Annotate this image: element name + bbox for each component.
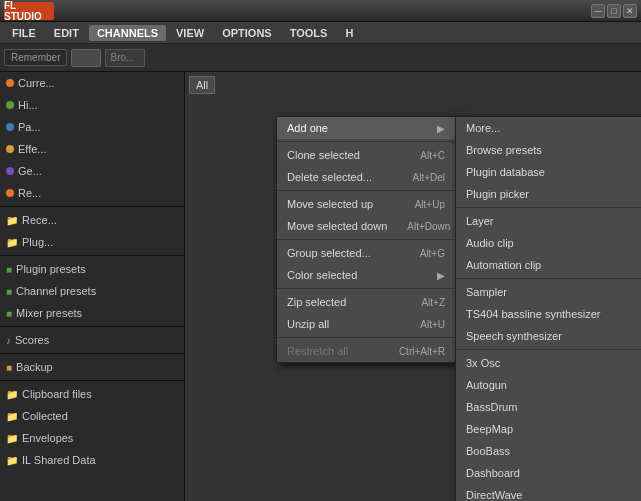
purple-icon [6, 167, 14, 175]
channels-menu-clone[interactable]: Clone selected Alt+C [277, 144, 455, 166]
separator [277, 190, 455, 191]
square-icon: ■ [6, 264, 12, 275]
sidebar-item-label: Hi... [18, 99, 38, 111]
channels-menu-move-down[interactable]: Move selected down Alt+Down [277, 215, 455, 237]
addone-plugin-database[interactable]: Plugin database [456, 161, 641, 183]
menu-help[interactable]: H [337, 25, 361, 41]
folder-icon: 📁 [6, 237, 18, 248]
channels-menu-add-one[interactable]: Add one ▶ [277, 117, 455, 139]
channels-menu-move-up[interactable]: Move selected up Alt+Up [277, 193, 455, 215]
sidebar-item-mixer-presets[interactable]: ■ Mixer presets [0, 302, 184, 324]
addone-automation-clip[interactable]: Automation clip [456, 254, 641, 276]
addone-audio-clip[interactable]: Audio clip [456, 232, 641, 254]
blue-icon [6, 123, 14, 131]
sidebar-item-label: Envelopes [22, 432, 73, 444]
sidebar-item-ge[interactable]: Ge... [0, 160, 184, 182]
orange-icon [6, 79, 14, 87]
sidebar-item-label: Plugin presets [16, 263, 86, 275]
green-icon [6, 101, 14, 109]
sidebar-item-pa[interactable]: Pa... [0, 116, 184, 138]
channels-menu-color[interactable]: Color selected ▶ [277, 264, 455, 286]
addone-plugin-picker[interactable]: Plugin picker [456, 183, 641, 205]
separator [277, 239, 455, 240]
arrow-icon: ▶ [437, 270, 445, 281]
sidebar-item-label: Curre... [18, 77, 55, 89]
sidebar-item-clipboard[interactable]: 📁 Clipboard files [0, 383, 184, 405]
addone-bassdrum[interactable]: BassDrum [456, 396, 641, 418]
yellow-icon [6, 145, 14, 153]
maximize-button[interactable]: □ [607, 4, 621, 18]
menu-edit[interactable]: EDIT [46, 25, 87, 41]
addone-layer[interactable]: Layer [456, 210, 641, 232]
sidebar-item-backup[interactable]: ■ Backup [0, 356, 184, 378]
menu-options[interactable]: OPTIONS [214, 25, 280, 41]
addone-beepmap[interactable]: BeepMap [456, 418, 641, 440]
separator [456, 207, 641, 208]
addone-speech-synth[interactable]: Speech synthesizer [456, 325, 641, 347]
minimize-button[interactable]: ─ [591, 4, 605, 18]
sidebar-item-rece[interactable]: 📁 Rece... [0, 209, 184, 231]
right-panel: All Add one ▶ Clone selected Alt+C Delet… [185, 72, 641, 501]
addone-dropdown: More... Browse presets Plugin database P… [455, 116, 641, 501]
browser-input[interactable]: Bro... [105, 49, 145, 67]
sidebar-item-channel-presets[interactable]: ■ Channel presets [0, 280, 184, 302]
note-icon: ♪ [6, 335, 11, 346]
sidebar-item-label: Collected [22, 410, 68, 422]
channels-menu-zip[interactable]: Zip selected Alt+Z [277, 291, 455, 313]
sidebar-item-label: Clipboard files [22, 388, 92, 400]
sidebar-item-plug[interactable]: 📁 Plug... [0, 231, 184, 253]
sidebar-item-il-shared[interactable]: 📁 IL Shared Data [0, 449, 184, 471]
separator [456, 278, 641, 279]
addone-3x-osc[interactable]: 3x Osc [456, 352, 641, 374]
menu-tools[interactable]: TOOLS [282, 25, 336, 41]
menu-channels[interactable]: CHANNELS [89, 25, 166, 41]
title-bar: FL STUDIO ─ □ ✕ [0, 0, 641, 22]
addone-boobass[interactable]: BooBass [456, 440, 641, 462]
addone-more[interactable]: More... [456, 117, 641, 139]
sidebar-item-envelopes[interactable]: 📁 Envelopes [0, 427, 184, 449]
toolbar: Remember Bro... [0, 44, 641, 72]
separator [0, 353, 184, 354]
orange2-icon [6, 189, 14, 197]
main-area: Curre... Hi... Pa... Effe... Ge... Re...… [0, 72, 641, 501]
sidebar-item-label: Ge... [18, 165, 42, 177]
folder-icon: 📁 [6, 411, 18, 422]
separator [456, 349, 641, 350]
menu-file[interactable]: FILE [4, 25, 44, 41]
folder-icon: 📁 [6, 215, 18, 226]
addone-ts404[interactable]: TS404 bassline synthesizer [456, 303, 641, 325]
channels-menu-unzip[interactable]: Unzip all Alt+U [277, 313, 455, 335]
all-button[interactable]: All [189, 76, 215, 94]
sidebar-item-scores[interactable]: ♪ Scores [0, 329, 184, 351]
addone-directwave[interactable]: DirectWave [456, 484, 641, 501]
addone-autogun[interactable]: Autogun [456, 374, 641, 396]
channels-menu-delete[interactable]: Delete selected... Alt+Del [277, 166, 455, 188]
square-icon: ■ [6, 286, 12, 297]
separator [277, 288, 455, 289]
sidebar-item-effe[interactable]: Effe... [0, 138, 184, 160]
folder-icon: 📁 [6, 433, 18, 444]
sidebar-item-plugin-presets[interactable]: ■ Plugin presets [0, 258, 184, 280]
addone-sampler[interactable]: Sampler [456, 281, 641, 303]
sidebar-item-label: Re... [18, 187, 41, 199]
sidebar-item-collected[interactable]: 📁 Collected [0, 405, 184, 427]
close-button[interactable]: ✕ [623, 4, 637, 18]
menu-view[interactable]: VIEW [168, 25, 212, 41]
sidebar-item-label: Plug... [22, 236, 53, 248]
menu-bar: FILE EDIT CHANNELS VIEW OPTIONS TOOLS H [0, 22, 641, 44]
channels-menu-group[interactable]: Group selected... Alt+G [277, 242, 455, 264]
sidebar-item-re[interactable]: Re... [0, 182, 184, 204]
sidebar-item-hi[interactable]: Hi... [0, 94, 184, 116]
remember-input[interactable]: Remember [4, 49, 67, 66]
sidebar-item-label: IL Shared Data [22, 454, 96, 466]
addone-browse-presets[interactable]: Browse presets [456, 139, 641, 161]
sidebar-item-label: Scores [15, 334, 49, 346]
folder-icon: 📁 [6, 455, 18, 466]
addone-dashboard[interactable]: Dashboard [456, 462, 641, 484]
window-controls[interactable]: ─ □ ✕ [591, 4, 637, 18]
sidebar-item-current[interactable]: Curre... [0, 72, 184, 94]
channels-dropdown: Add one ▶ Clone selected Alt+C Delete se… [276, 116, 456, 363]
separator [277, 141, 455, 142]
sidebar-item-label: Mixer presets [16, 307, 82, 319]
channels-menu-restretch[interactable]: Restretch all Ctrl+Alt+R [277, 340, 455, 362]
